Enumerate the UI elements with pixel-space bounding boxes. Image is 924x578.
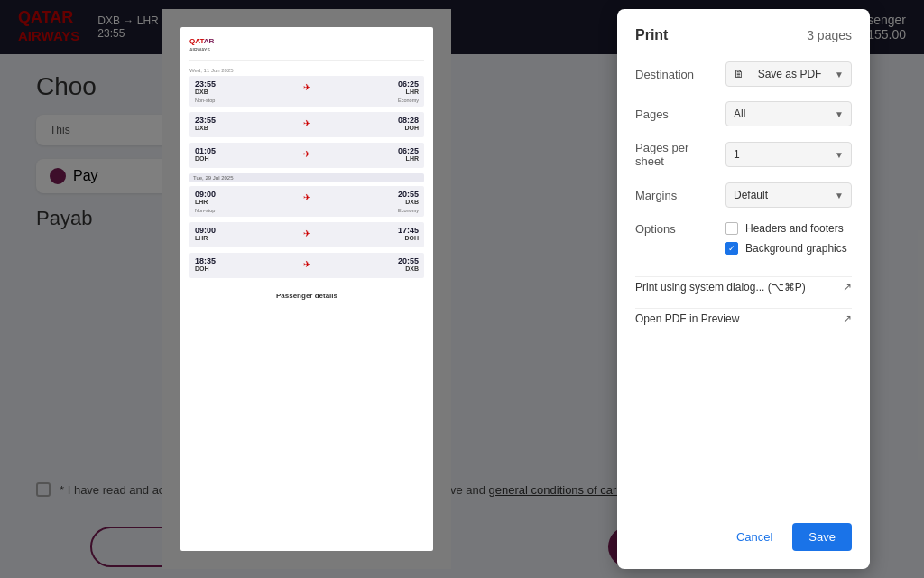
document-preview: QATAR AIRWAYS Wed, 11 Jun 2025 23:55 DXB… bbox=[162, 9, 451, 569]
doc-page: QATAR AIRWAYS Wed, 11 Jun 2025 23:55 DXB… bbox=[180, 27, 433, 551]
print-cancel-button[interactable]: Cancel bbox=[725, 523, 783, 551]
open-pdf-label: Open PDF in Preview bbox=[635, 312, 739, 325]
outbound-date-label: Wed, 11 Jun 2025 bbox=[189, 68, 424, 73]
options-label: Options bbox=[635, 222, 716, 236]
destination-arrow-icon: ▼ bbox=[835, 70, 844, 79]
headers-footers-label: Headers and footers bbox=[745, 222, 844, 235]
print-header: Print 3 pages bbox=[635, 27, 852, 43]
background-graphics-row: ✓ Background graphics bbox=[725, 242, 852, 255]
pps-arrow-icon: ▼ bbox=[835, 150, 844, 160]
system-dialog-label: Print using system dialog... (⌥⌘P) bbox=[635, 281, 806, 294]
margins-label: Margins bbox=[635, 189, 716, 202]
open-pdf-row[interactable]: Open PDF in Preview ↗ bbox=[635, 308, 852, 329]
return-via-doh2: 18:35 DOH ✈ 20:55 DXB bbox=[189, 253, 424, 278]
print-footer: Cancel Save bbox=[635, 523, 852, 551]
margins-arrow-icon: ▼ bbox=[835, 191, 844, 200]
direct-flight-times: 23:55 DXB ✈ 06:25 LHR bbox=[195, 79, 419, 95]
margins-value: Default bbox=[734, 189, 768, 201]
passenger-details-label: Passenger details bbox=[189, 284, 424, 300]
open-pdf-external-icon: ↗ bbox=[843, 312, 852, 325]
direct-flight-details: Non-stop Economy bbox=[195, 98, 419, 103]
margins-select[interactable]: Default ▼ bbox=[725, 182, 852, 208]
destination-label: Destination bbox=[635, 68, 716, 81]
background-graphics-label: Background graphics bbox=[745, 242, 847, 255]
flight-arrow: ✈ bbox=[303, 82, 310, 92]
options-row: Options Headers and footers ✓ Background… bbox=[635, 222, 852, 262]
pages-per-sheet-label: Pages per sheet bbox=[635, 141, 716, 168]
options-checkboxes: Headers and footers ✓ Background graphic… bbox=[725, 222, 852, 262]
return-via-doh1: 09:00 LHR ✈ 17:45 DOH bbox=[189, 222, 424, 247]
destination-row: Destination 🗎 Save as PDF ▼ bbox=[635, 61, 852, 87]
destination-value: Save as PDF bbox=[758, 68, 822, 80]
via-doh-flight2: 01:05 DOH ✈ 06:25 LHR bbox=[189, 143, 424, 168]
pages-arrow-icon: ▼ bbox=[835, 109, 844, 119]
destination-icon: 🗎 bbox=[734, 68, 744, 80]
headers-footers-checkbox[interactable] bbox=[725, 222, 738, 235]
print-pages-count: 3 pages bbox=[807, 28, 852, 42]
print-panel: Print 3 pages Destination 🗎 Save as PDF … bbox=[617, 9, 870, 569]
pages-label: Pages bbox=[635, 107, 716, 121]
pages-per-sheet-value: 1 bbox=[734, 148, 740, 161]
return-header: Tue, 29 Jul 2025 bbox=[189, 173, 424, 182]
system-dialog-row[interactable]: Print using system dialog... (⌥⌘P) ↗ bbox=[635, 276, 852, 297]
pages-per-sheet-row: Pages per sheet 1 ▼ bbox=[635, 141, 852, 168]
pages-select[interactable]: All ▼ bbox=[725, 101, 852, 126]
return-direct-row: 09:00 LHR ✈ 20:55 DXB Non-stop Economy bbox=[189, 186, 424, 217]
pages-row: Pages All ▼ bbox=[635, 101, 852, 126]
headers-footers-row: Headers and footers bbox=[725, 222, 852, 235]
system-dialog-external-icon: ↗ bbox=[843, 281, 852, 294]
destination-select[interactable]: 🗎 Save as PDF ▼ bbox=[725, 61, 852, 87]
direct-flight-row: 23:55 DXB ✈ 06:25 LHR Non-stop Economy bbox=[189, 76, 424, 107]
doc-header: QATAR AIRWAYS bbox=[189, 38, 424, 61]
print-save-button[interactable]: Save bbox=[792, 523, 852, 551]
background-graphics-checkbox[interactable]: ✓ bbox=[725, 242, 738, 255]
print-title: Print bbox=[635, 27, 668, 43]
margins-row: Margins Default ▼ bbox=[635, 182, 852, 208]
pages-per-sheet-select[interactable]: 1 ▼ bbox=[725, 142, 852, 167]
via-doh-flight1: 23:55 DXB ✈ 08:28 DOH bbox=[189, 112, 424, 137]
pages-value: All bbox=[734, 107, 745, 120]
doc-logo: QATAR AIRWAYS bbox=[189, 38, 214, 54]
